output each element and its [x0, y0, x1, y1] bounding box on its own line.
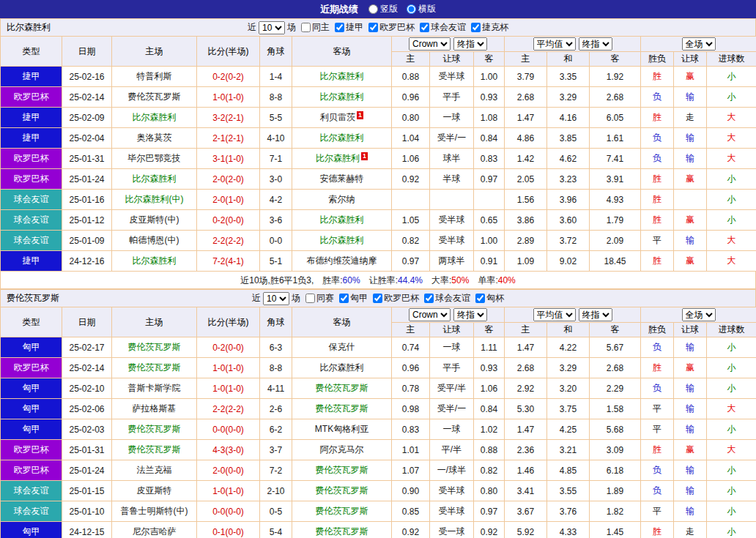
avg-away-odds: 6.18 [590, 460, 641, 481]
score[interactable]: 1-0(1-0) [212, 363, 244, 373]
away-team[interactable]: 比尔森胜利 [320, 132, 364, 143]
score[interactable]: 1-0(1-0) [212, 486, 244, 496]
view-option[interactable]: 竖版 [368, 3, 398, 15]
bookmaker-select[interactable]: Crown [409, 37, 451, 51]
score[interactable]: 0-2(0-0) [212, 215, 244, 225]
away-team[interactable]: 费伦茨瓦罗斯 [316, 526, 368, 537]
away-team[interactable]: 费伦茨瓦罗斯 [316, 506, 368, 516]
score[interactable]: 0-0(0-0) [212, 507, 244, 517]
final-odds-select[interactable]: 终指 [453, 308, 487, 321]
view-radio[interactable] [368, 4, 378, 14]
home-team[interactable]: 普斯卡斯学院 [128, 383, 181, 393]
home-team[interactable]: 费伦茨瓦罗斯 [128, 91, 181, 102]
away-team[interactable]: 保克什 [329, 342, 355, 352]
home-team[interactable]: 特普利斯 [137, 71, 172, 81]
score[interactable]: 1-0(1-0) [212, 384, 244, 394]
home-team[interactable]: 费伦茨瓦罗斯 [128, 444, 181, 455]
filter-option[interactable]: 捷甲 [335, 21, 363, 34]
score[interactable]: 4-3(3-0) [212, 445, 244, 455]
filter-option[interactable]: 同赛 [305, 292, 334, 305]
home-team[interactable]: 比尔森胜利 [133, 173, 177, 184]
away-team[interactable]: 比尔森胜利 [320, 235, 364, 245]
score[interactable]: 0-0(0-0) [212, 425, 244, 435]
home-team[interactable]: 普鲁士明斯特(中) [121, 506, 188, 516]
home-team[interactable]: 比尔森胜利(中) [125, 194, 184, 204]
away-team[interactable]: 比尔森胜利 [320, 71, 364, 81]
corner-cell: 2-6 [260, 399, 292, 419]
final-odds-select[interactable]: 终指 [453, 37, 487, 51]
filter-checkbox[interactable] [368, 23, 378, 32]
away-team[interactable]: 阿尔克马尔 [320, 444, 364, 455]
away-team[interactable]: 安德莱赫特 [320, 173, 364, 184]
score[interactable]: 2-2(2-2) [212, 404, 244, 414]
fulltime-select[interactable]: 全场 [682, 308, 716, 321]
filter-checkbox[interactable] [420, 23, 429, 32]
filter-checkbox[interactable] [335, 23, 344, 32]
avg-away-odds: 1.61 [590, 128, 641, 149]
away-team[interactable]: 费伦茨瓦罗斯 [316, 383, 368, 393]
score[interactable]: 3-2(2-1) [212, 113, 244, 123]
away-team[interactable]: 索尔纳 [329, 194, 355, 204]
score[interactable]: 2-0(0-0) [212, 466, 244, 476]
away-team[interactable]: 费伦茨瓦罗斯 [316, 403, 368, 414]
filter-option[interactable]: 匈甲 [339, 292, 368, 305]
filter-option[interactable]: 球会友谊 [420, 21, 466, 34]
home-team[interactable]: 皮亚斯特(中) [130, 214, 179, 225]
home-team[interactable]: 皮亚斯特 [137, 485, 172, 496]
away-team[interactable]: 比尔森胜利 [320, 362, 364, 373]
score[interactable]: 1-0(1-0) [212, 92, 244, 102]
filter-checkbox[interactable] [373, 294, 382, 303]
home-team[interactable]: 毕尔巴鄂竞技 [128, 153, 181, 163]
filter-option[interactable]: 欧罗巴杯 [368, 21, 415, 34]
filter-option[interactable]: 欧罗巴杯 [373, 292, 419, 305]
home-team[interactable]: 比尔森胜利 [133, 112, 177, 122]
home-team[interactable]: 费伦茨瓦罗斯 [128, 424, 181, 434]
filter-option[interactable]: 匈杯 [475, 292, 504, 305]
away-team[interactable]: 比尔森胜利 [316, 153, 360, 163]
fulltime-select[interactable]: 全场 [682, 37, 716, 51]
score[interactable]: 3-1(1-0) [212, 154, 244, 164]
home-team[interactable]: 法兰克福 [137, 465, 172, 475]
bookmaker-select[interactable]: Crown [409, 308, 451, 321]
filter-checkbox[interactable] [475, 294, 485, 303]
view-radio[interactable] [407, 4, 416, 14]
group-header: Crown终指 [392, 307, 505, 323]
away-team[interactable]: 利贝雷茨 [320, 112, 355, 122]
away-team[interactable]: 比尔森胜利 [320, 91, 364, 102]
filter-checkbox[interactable] [424, 294, 434, 303]
filter-option[interactable]: 球会友谊 [424, 292, 470, 305]
home-team[interactable]: 比尔森胜利 [133, 255, 177, 266]
avg-final-select[interactable]: 终指 [579, 308, 612, 321]
home-team[interactable]: 萨拉格斯基 [133, 403, 177, 414]
filter-checkbox[interactable] [471, 23, 481, 32]
avg-final-select[interactable]: 终指 [579, 37, 612, 51]
away-team[interactable]: 费伦茨瓦罗斯 [316, 465, 368, 475]
score[interactable]: 7-2(4-1) [212, 256, 244, 266]
home-team[interactable]: 费伦茨瓦罗斯 [128, 342, 181, 352]
score[interactable]: 0-1(0-0) [212, 527, 244, 537]
score[interactable]: 2-0(2-0) [212, 174, 244, 184]
avg-select[interactable]: 平均值 [533, 37, 576, 51]
filter-option[interactable]: 捷克杯 [471, 21, 508, 34]
filter-checkbox[interactable] [305, 294, 315, 303]
avg-select[interactable]: 平均值 [533, 308, 576, 321]
home-team[interactable]: 帕德博恩(中) [130, 235, 179, 245]
away-team[interactable]: 布德约维茨迪纳摩 [307, 255, 377, 266]
view-option[interactable]: 横版 [407, 3, 436, 15]
score[interactable]: 2-2(2-2) [212, 236, 244, 246]
away-team[interactable]: MTK匈格利亚 [315, 424, 368, 434]
score[interactable]: 0-2(0-0) [212, 343, 244, 353]
filter-checkbox[interactable] [301, 23, 311, 32]
away-team[interactable]: 费伦茨瓦罗斯 [316, 485, 368, 496]
home-team[interactable]: 尼尔吉哈萨 [133, 526, 177, 537]
score[interactable]: 2-1(2-1) [212, 133, 244, 143]
filter-checkbox[interactable] [339, 294, 349, 303]
filter-option[interactable]: 同主 [301, 21, 330, 34]
score[interactable]: 0-2(0-2) [212, 72, 244, 82]
score[interactable]: 2-0(1-0) [212, 195, 244, 205]
home-team[interactable]: 费伦茨瓦罗斯 [128, 362, 181, 373]
home-team[interactable]: 奥洛莫茨 [137, 132, 172, 143]
recent-count-select[interactable]: 10 [263, 292, 289, 305]
recent-count-select[interactable]: 10 [259, 21, 285, 34]
away-team[interactable]: 比尔森胜利 [320, 214, 364, 225]
